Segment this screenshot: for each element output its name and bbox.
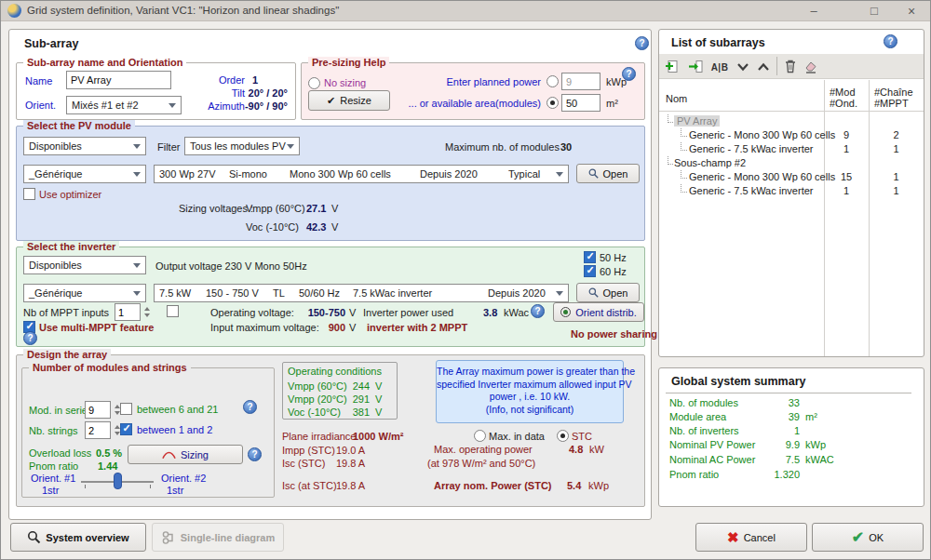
subarray-help-icon[interactable]: ? xyxy=(635,36,649,50)
tree-row-name: Generic - 7.5 kWac inverter xyxy=(689,143,813,154)
resize-button[interactable]: ✔ Resize xyxy=(308,90,390,111)
subarray-name-input[interactable] xyxy=(66,71,171,89)
summary-row: Module area 39 m² xyxy=(669,411,917,424)
mppt-option-checkbox[interactable] xyxy=(167,305,179,317)
tree-row[interactable]: Generic - 7.5 kWac inverter 1 1 xyxy=(659,142,924,156)
stc-radio[interactable] xyxy=(557,430,569,442)
pv-open-label: Open xyxy=(603,168,628,180)
inverter-manufacturer-select[interactable]: _Générique xyxy=(23,284,146,302)
minimize-button[interactable]: – xyxy=(793,1,834,21)
summary-title: Global system summary xyxy=(671,375,806,388)
ok-button[interactable]: ✔ OK xyxy=(812,523,924,552)
mppt-inputs-input[interactable] xyxy=(115,303,141,321)
tree-row-chain: 1 xyxy=(869,142,924,156)
sizing-help-icon[interactable]: ? xyxy=(248,447,262,461)
orientation-slider-handle[interactable] xyxy=(114,473,122,489)
sizing-curve-icon xyxy=(162,449,176,460)
hz60-label: 60 Hz xyxy=(600,266,627,277)
hz60-checkbox[interactable] xyxy=(584,265,596,277)
array-power-warning-box: The Array maximum power is greater than … xyxy=(436,360,624,423)
tree-row[interactable]: Generic - Mono 300 Wp 60 cells 9 2 xyxy=(659,128,924,142)
area-radio[interactable] xyxy=(546,97,559,109)
mppt-inputs-spinner[interactable] xyxy=(115,303,150,321)
nb-strings-input[interactable] xyxy=(85,421,111,439)
pv-filter-select[interactable]: Tous les modules PV xyxy=(184,137,300,155)
presizing-help-icon[interactable]: ? xyxy=(622,67,636,81)
pv-manufacturer-select[interactable]: _Générique xyxy=(23,165,146,183)
add-subarray-icon[interactable] xyxy=(663,58,680,74)
pv-availability-select[interactable]: Disponibles xyxy=(23,137,146,155)
series-range-checkbox[interactable] xyxy=(120,403,132,415)
hz50-label: 50 Hz xyxy=(600,252,627,263)
overload-loss-label: Overload loss xyxy=(29,447,91,459)
power-used-help-icon[interactable]: ? xyxy=(531,304,545,318)
nb-strings-spinner[interactable] xyxy=(85,421,120,439)
clear-subarray-icon[interactable] xyxy=(803,58,819,74)
vmpp60-label: Vmpp (60°C) xyxy=(246,203,305,214)
summary-row: Nominal AC Power 7.5 kWAC xyxy=(669,454,917,467)
pv-module-select[interactable]: 300 Wp 27V Si-mono Mono 300 Wp 60 cells … xyxy=(154,165,569,183)
voc-unit: V xyxy=(331,221,338,233)
inverter-availability-select[interactable]: Disponibles xyxy=(23,256,146,274)
mppt-inputs-label: Nb of MPPT inputs xyxy=(23,307,109,318)
spinner-arrows-icon[interactable] xyxy=(144,307,150,317)
inverter-select[interactable]: 7.5 kW 150 - 750 V TL 50/60 Hz 7.5 kWac … xyxy=(154,284,569,302)
inverter-open-button[interactable]: Open xyxy=(576,283,640,302)
orient-distrib-button[interactable]: Orient distrib. xyxy=(553,302,644,322)
tree-row[interactable]: Sous-champ #2 xyxy=(659,156,924,170)
tree-row-chain: 1 xyxy=(869,184,924,198)
max-operating-power-unit: kW xyxy=(589,444,604,455)
ok-label: OK xyxy=(869,532,884,543)
strings-range-checkbox[interactable] xyxy=(120,423,132,435)
module-since: Depuis 2020 xyxy=(420,168,508,180)
array-nom-power-value: 5.4 xyxy=(567,480,581,491)
order-value: 1 xyxy=(252,74,258,86)
column-header-chain: #Chaîne xyxy=(874,87,913,98)
tree-row[interactable]: PV Array xyxy=(659,114,924,128)
planned-power-radio[interactable] xyxy=(546,75,559,87)
pv-availability-value: Disponibles xyxy=(29,140,82,152)
series-help-icon[interactable]: ? xyxy=(243,400,257,414)
max-in-data-radio[interactable] xyxy=(474,430,486,442)
single-line-diagram-button: Single-line diagram xyxy=(152,523,284,552)
cancel-button[interactable]: ✖ Cancel xyxy=(695,523,807,552)
tree-row[interactable]: Generic - Mono 300 Wp 60 cells 15 1 xyxy=(659,170,924,184)
planned-power-label: Enter planned power xyxy=(411,76,541,87)
module-model: Mono 300 Wp 60 cells xyxy=(290,168,420,180)
warning-line: specified Inverter maximum allowed input… xyxy=(437,379,623,392)
mod-series-input[interactable] xyxy=(85,401,111,419)
pv-open-button[interactable]: Open xyxy=(576,164,640,183)
tree-row[interactable]: Generic - 7.5 kWac inverter 1 1 xyxy=(659,184,924,198)
inverter-model: 7.5 kWac inverter xyxy=(353,287,488,299)
overload-loss-value: 0.5 % xyxy=(96,447,122,459)
output-voltage-label: Output voltage 230 V Mono 50Hz xyxy=(155,260,307,272)
orient2-strings: 1str xyxy=(167,485,183,496)
summary-value: 1 xyxy=(718,425,800,436)
move-down-icon[interactable] xyxy=(735,59,751,75)
orientation-select[interactable]: Mixés #1 et #2 xyxy=(66,96,182,114)
input-max-voltage-unit: V xyxy=(349,322,356,333)
subarrays-list-title: List of subarrays xyxy=(671,36,765,49)
system-overview-button[interactable]: System overview xyxy=(10,523,146,552)
maximize-button[interactable]: □ xyxy=(854,1,895,21)
inverter-freq: 50/60 Hz xyxy=(299,287,353,299)
no-sizing-radio[interactable] xyxy=(308,77,320,89)
multi-mppt-label: Use multi-MPPT feature xyxy=(39,322,154,333)
operating-conditions-title: Operating conditions xyxy=(288,366,382,377)
sizing-button[interactable]: Sizing xyxy=(128,445,243,464)
delete-subarray-icon[interactable] xyxy=(782,58,799,74)
move-up-icon[interactable] xyxy=(755,59,772,75)
condition-value: 291 xyxy=(342,393,370,405)
tree-row-name: Generic - Mono 300 Wp 60 cells xyxy=(689,171,835,182)
planned-power-input[interactable] xyxy=(561,73,600,90)
subarrays-list-help-icon[interactable]: ? xyxy=(884,34,897,48)
area-input[interactable] xyxy=(561,94,600,112)
rename-subarray-icon[interactable]: A|B xyxy=(709,59,730,75)
summary-row: Nominal PV Power 9.9 kWp xyxy=(669,439,917,452)
use-optimizer-checkbox[interactable] xyxy=(23,188,35,200)
inverter-help-icon[interactable]: ? xyxy=(23,331,37,345)
hz50-checkbox[interactable] xyxy=(584,251,596,263)
duplicate-subarray-icon[interactable] xyxy=(687,58,704,74)
close-button[interactable]: × xyxy=(891,1,931,21)
mod-series-spinner[interactable] xyxy=(85,401,120,419)
